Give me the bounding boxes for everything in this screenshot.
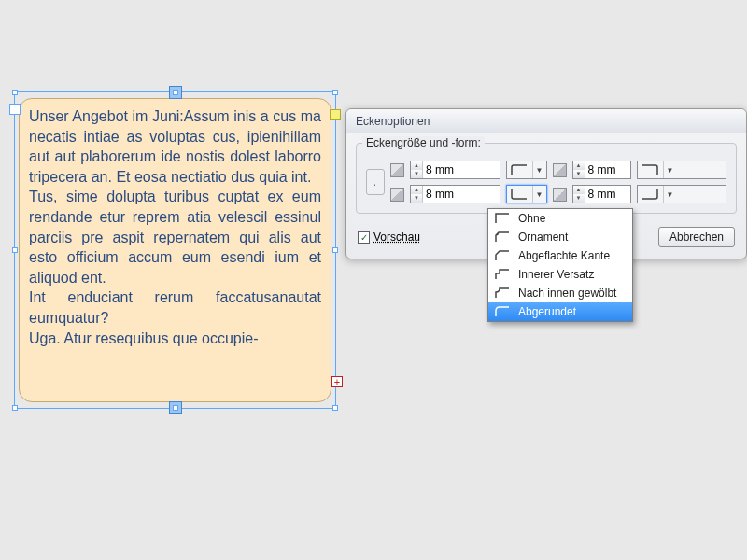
overset-indicator[interactable]: + — [331, 376, 343, 387]
corner-size-top-right[interactable]: ▲▼ 8 mm — [572, 161, 631, 179]
spinner-down-icon[interactable]: ▼ — [411, 194, 422, 203]
corner-size-top-right-value[interactable]: 8 mm — [585, 161, 630, 178]
corner-size-bottom-right[interactable]: ▲▼ 8 mm — [572, 185, 631, 203]
corner-pos-top-left-icon — [390, 163, 404, 177]
resize-handle-mid-left[interactable] — [12, 247, 18, 253]
dropdown-item-none[interactable]: Ohne — [488, 209, 632, 228]
dropdown-item-label: Abgerundet — [518, 305, 576, 318]
resize-handle-bottom-left[interactable] — [12, 405, 18, 411]
corner-group: Eckengröße und -form: ▲▼ 8 mm ▼ 𐄀 ▲▼ 8 m… — [356, 143, 737, 214]
corner-pos-bottom-left-icon — [390, 188, 404, 202]
checkbox-icon: ✓ — [358, 231, 370, 244]
corner-size-top-left-value[interactable]: 8 mm — [423, 161, 468, 178]
resize-handle-bottom-mid[interactable] — [173, 405, 178, 411]
dropdown-item-inset[interactable]: Innerer Versatz — [488, 265, 632, 284]
dropdown-item-inverse-rounded[interactable]: Nach innen gewölbt — [488, 284, 632, 302]
frame-live-corner[interactable] — [330, 109, 341, 120]
spinner-up-icon[interactable]: ▲ — [573, 186, 585, 194]
resize-handle-top-left[interactable] — [12, 90, 18, 95]
spinner-down-icon[interactable]: ▼ — [573, 170, 585, 178]
paragraph: Tus, sime dolupta turibus cuptat ex eum … — [29, 187, 321, 287]
corner-shape-bottom-right[interactable]: ▼ — [637, 185, 727, 203]
paragraph: Unser Angebot im Juni:Assum inis a cus m… — [29, 106, 321, 187]
dropdown-arrow-icon: ▼ — [533, 161, 546, 178]
resize-handle-top-right[interactable] — [332, 90, 338, 95]
link-corners-icon[interactable]: 𐄀 — [366, 169, 385, 195]
corner-size-top-left[interactable]: ▲▼ 8 mm — [410, 161, 500, 179]
frame-in-port[interactable] — [9, 104, 21, 115]
spinner-down-icon[interactable]: ▼ — [573, 194, 585, 203]
corner-group-label: Eckengröße und -form: — [362, 136, 485, 149]
cancel-button[interactable]: Abbrechen — [658, 227, 735, 247]
preview-label: Vorschau — [374, 231, 420, 244]
dropdown-item-ornament[interactable]: Ornament — [488, 228, 632, 246]
dropdown-item-rounded[interactable]: Abgerundet — [488, 302, 632, 321]
paragraph: Int enduciant rerum faccatusanautat eumq… — [29, 287, 321, 328]
corner-size-bottom-left-value[interactable]: 8 mm — [423, 186, 468, 203]
paragraph: Uga. Atur resequibus que occupie- — [29, 329, 321, 349]
dialog-title[interactable]: Eckenoptionen — [346, 109, 746, 133]
corner-shape-top-left[interactable]: ▼ — [506, 161, 547, 179]
dropdown-item-label: Innerer Versatz — [518, 268, 594, 281]
dropdown-item-label: Nach innen gewölbt — [518, 287, 616, 300]
dropdown-arrow-icon: ▼ — [664, 161, 677, 178]
resize-handle-bottom-right[interactable] — [332, 405, 338, 411]
corner-pos-bottom-right-icon — [553, 188, 567, 202]
corner-size-bottom-right-value[interactable]: 8 mm — [585, 186, 630, 203]
corner-shape-dropdown[interactable]: Ohne Ornament Abgeflachte Kante Innerer … — [487, 208, 633, 322]
corner-shape-top-right[interactable]: ▼ — [637, 161, 727, 179]
dropdown-item-label: Abgeflachte Kante — [518, 249, 610, 262]
dropdown-item-label: Ohne — [518, 212, 545, 225]
spinner-up-icon[interactable]: ▲ — [411, 186, 422, 194]
text-frame[interactable]: Unser Angebot im Juni:Assum inis a cus m… — [14, 91, 336, 409]
corner-size-bottom-left[interactable]: ▲▼ 8 mm — [410, 185, 500, 203]
resize-handle-top-mid[interactable] — [173, 90, 178, 95]
dropdown-item-label: Ornament — [518, 231, 568, 244]
spinner-up-icon[interactable]: ▲ — [411, 161, 422, 170]
corner-pos-top-right-icon — [553, 163, 567, 177]
dropdown-item-beveled[interactable]: Abgeflachte Kante — [488, 246, 632, 265]
dropdown-arrow-icon: ▼ — [664, 186, 677, 203]
spinner-down-icon[interactable]: ▼ — [411, 170, 422, 178]
preview-checkbox[interactable]: ✓ Vorschau — [358, 231, 420, 244]
text-frame-content: Unser Angebot im Juni:Assum inis a cus m… — [19, 98, 331, 402]
dropdown-arrow-icon: ▼ — [533, 186, 546, 203]
corner-shape-bottom-left[interactable]: ▼ — [506, 185, 547, 203]
spinner-up-icon[interactable]: ▲ — [573, 161, 585, 170]
resize-handle-mid-right[interactable] — [332, 247, 338, 253]
